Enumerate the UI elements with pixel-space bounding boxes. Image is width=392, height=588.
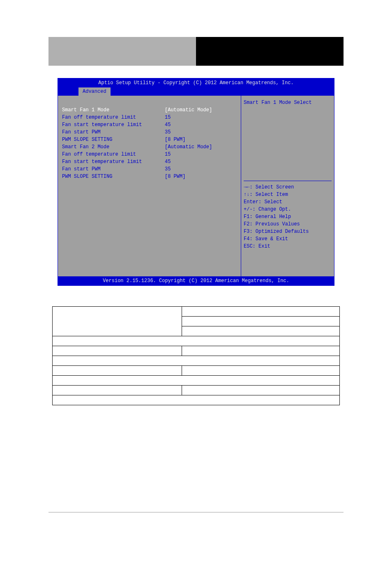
page-footer-divider bbox=[48, 512, 344, 512]
table-row bbox=[53, 336, 340, 346]
bios-row[interactable]: Fan start PWM 35 bbox=[62, 129, 237, 136]
table-row bbox=[53, 356, 340, 366]
setting-label: Fan start PWM bbox=[62, 165, 165, 173]
bios-row[interactable]: Fan start temperature limit 45 bbox=[62, 158, 237, 165]
setting-value: [8 PWM] bbox=[165, 136, 185, 143]
bios-tabs: Advanced bbox=[58, 87, 334, 96]
table-row bbox=[53, 376, 340, 386]
setting-label: Fan off temperature limit bbox=[62, 151, 165, 158]
setting-label: Fan start temperature limit bbox=[62, 158, 165, 165]
bios-row[interactable]: Fan start temperature limit 45 bbox=[62, 121, 237, 129]
bios-window: Aptio Setup Utility - Copyright (C) 2012… bbox=[58, 78, 334, 286]
setting-value: 45 bbox=[165, 158, 171, 165]
bios-row[interactable]: Fan off temperature limit 15 bbox=[62, 114, 237, 121]
table-cell bbox=[53, 307, 182, 336]
bios-row[interactable]: PWM SLOPE SETTING [8 PWM] bbox=[62, 136, 237, 143]
setting-value: 35 bbox=[165, 129, 171, 136]
help-key-line: F1: General Help bbox=[244, 213, 332, 220]
bios-main-panel: Smart Fan 1 Mode [Automatic Mode] Fan of… bbox=[58, 96, 241, 276]
setting-label: Fan off temperature limit bbox=[62, 114, 165, 121]
bios-footer: Version 2.15.1236. Copyright (C) 2012 Am… bbox=[58, 276, 334, 285]
help-key-line: ESC: Exit bbox=[244, 243, 332, 250]
top-banner bbox=[48, 37, 344, 66]
help-key-line: F4: Save & Exit bbox=[244, 235, 332, 243]
help-keys: →←: Select Screen ↑↓: Select Item Enter:… bbox=[244, 181, 332, 250]
help-key-line: →←: Select Screen bbox=[244, 184, 332, 191]
banner-right bbox=[196, 37, 344, 66]
table-cell bbox=[182, 386, 339, 395]
table-cell bbox=[182, 326, 339, 336]
setting-value: [Automatic Mode] bbox=[165, 143, 212, 151]
table-cell bbox=[53, 346, 182, 356]
table-row bbox=[53, 366, 340, 376]
setting-label: PWM SLOPE SETTING bbox=[62, 173, 165, 180]
table-cell bbox=[53, 366, 182, 376]
table-row bbox=[53, 346, 340, 356]
table-row bbox=[53, 395, 340, 405]
setting-value: 35 bbox=[165, 165, 171, 173]
help-key-line: F2: Previous Values bbox=[244, 220, 332, 228]
tab-advanced[interactable]: Advanced bbox=[78, 87, 111, 96]
bios-row[interactable]: PWM SLOPE SETTING [8 PWM] bbox=[62, 173, 237, 180]
bios-row[interactable]: Fan off temperature limit 15 bbox=[62, 151, 237, 158]
table-cell bbox=[53, 376, 340, 386]
help-key-line: ↑↓: Select Item bbox=[244, 191, 332, 198]
options-table bbox=[52, 306, 340, 405]
help-key-line: Enter: Select bbox=[244, 198, 332, 206]
setting-label: PWM SLOPE SETTING bbox=[62, 136, 165, 143]
bios-row[interactable]: Smart Fan 2 Mode [Automatic Mode] bbox=[62, 143, 237, 151]
table-cell bbox=[53, 336, 340, 346]
bios-header: Aptio Setup Utility - Copyright (C) 2012… bbox=[58, 78, 334, 87]
help-description: Smart Fan 1 Mode Select bbox=[244, 99, 332, 181]
table-cell bbox=[53, 386, 182, 395]
setting-value: 15 bbox=[165, 151, 171, 158]
setting-label: Fan start temperature limit bbox=[62, 121, 165, 129]
banner-left bbox=[48, 37, 196, 66]
table-row bbox=[53, 386, 340, 395]
table-cell bbox=[182, 317, 339, 326]
table-cell bbox=[182, 346, 339, 356]
table-cell bbox=[182, 307, 339, 317]
setting-value: [8 PWM] bbox=[165, 173, 185, 180]
bios-row[interactable]: Fan start PWM 35 bbox=[62, 165, 237, 173]
setting-label: Smart Fan 1 Mode bbox=[62, 106, 165, 114]
table-cell bbox=[182, 366, 339, 376]
setting-label: Smart Fan 2 Mode bbox=[62, 143, 165, 151]
table-row bbox=[53, 307, 340, 317]
table-cell bbox=[53, 356, 340, 366]
table-cell bbox=[53, 395, 340, 405]
setting-value: 45 bbox=[165, 121, 171, 129]
help-key-line: +/-: Change Opt. bbox=[244, 206, 332, 213]
bios-body: Smart Fan 1 Mode [Automatic Mode] Fan of… bbox=[58, 96, 334, 276]
setting-label: Fan start PWM bbox=[62, 129, 165, 136]
help-key-line: F3: Optimized Defaults bbox=[244, 228, 332, 235]
setting-value: 15 bbox=[165, 114, 171, 121]
bios-row[interactable]: Smart Fan 1 Mode [Automatic Mode] bbox=[62, 106, 237, 114]
bios-help-panel: Smart Fan 1 Mode Select →←: Select Scree… bbox=[241, 96, 334, 276]
setting-value: [Automatic Mode] bbox=[165, 106, 212, 114]
